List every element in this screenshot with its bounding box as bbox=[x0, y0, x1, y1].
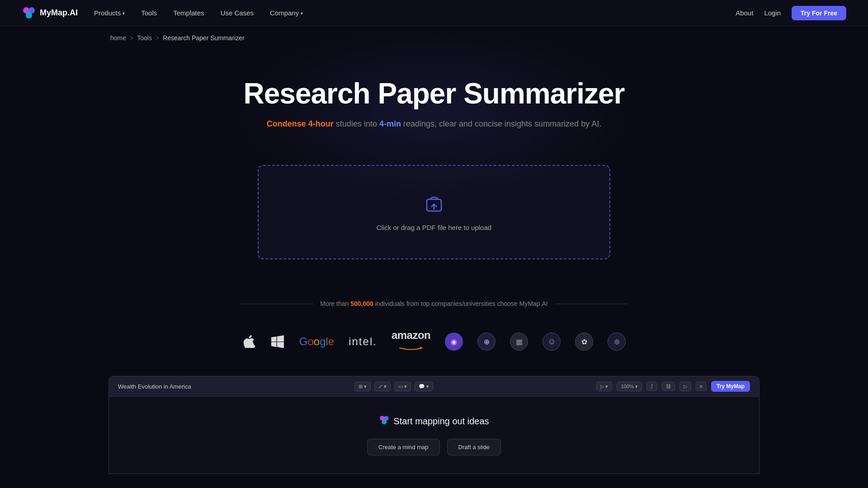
amazon-text: amazon bbox=[392, 329, 430, 342]
divider-left bbox=[241, 304, 313, 304]
breadcrumb-sep1: > bbox=[130, 34, 133, 42]
preview-start-text: Start mapping out ideas bbox=[379, 415, 489, 428]
windows-icon bbox=[270, 335, 285, 348]
logo-icon bbox=[22, 6, 36, 20]
nav-templates[interactable]: Templates bbox=[173, 7, 204, 19]
logo-circle-5: ✿ bbox=[575, 333, 593, 351]
nav-about[interactable]: About bbox=[736, 9, 753, 17]
create-mind-map-button[interactable]: Create a mind map bbox=[367, 439, 440, 455]
social-proof-text: More than 500,000 individuals from top c… bbox=[320, 300, 548, 307]
logo-circle-1: ◉ bbox=[445, 333, 463, 351]
upload-icon-wrapper bbox=[277, 193, 591, 216]
toolbar-btn-2[interactable]: ⤢ ▾ bbox=[374, 382, 391, 391]
toolbar-link[interactable]: ⛓ bbox=[662, 382, 675, 391]
try-free-button[interactable]: Try For Free bbox=[792, 6, 846, 20]
divider-right bbox=[555, 304, 627, 304]
company-chevron-icon: ▾ bbox=[301, 11, 303, 16]
navbar-left: MyMap.AI Products ▾ Tools Templates Use … bbox=[22, 6, 303, 20]
preview-panel: Wealth Evolution in America ⊞ ▾ ⤢ ▾ ▭ ▾ … bbox=[108, 376, 760, 474]
upload-instruction: Click or drag a PDF file here to upload bbox=[277, 224, 591, 231]
breadcrumb: home > Tools > Research Paper Summarizer bbox=[0, 26, 868, 50]
apple-icon bbox=[242, 335, 256, 348]
logo-circle-6: ⊛ bbox=[608, 333, 626, 351]
navbar: MyMap.AI Products ▾ Tools Templates Use … bbox=[0, 0, 868, 26]
toolbar-zoom[interactable]: 100% ▾ bbox=[617, 382, 642, 391]
draft-slide-button[interactable]: Draft a slide bbox=[447, 439, 501, 455]
nav-company[interactable]: Company ▾ bbox=[270, 7, 303, 19]
products-chevron-icon: ▾ bbox=[123, 11, 125, 16]
mymap-mini-logo bbox=[379, 415, 390, 428]
svg-point-6 bbox=[382, 420, 387, 425]
toolbar-btn-3[interactable]: ▭ ▾ bbox=[394, 382, 411, 391]
preview-toolbar-center: ⊞ ▾ ⤢ ▾ ▭ ▾ 💬 ▾ bbox=[354, 382, 433, 391]
google-text: Google bbox=[299, 335, 334, 348]
hero-subtitle: Condense 4-hour studies into 4-min readi… bbox=[22, 119, 846, 129]
logos-row: Google intel. amazon ◉ ⊕ ▦ ☺ ✿ ⊛ bbox=[0, 316, 868, 367]
navbar-right: About Login Try For Free bbox=[736, 6, 846, 20]
logo-text: MyMap.AI bbox=[40, 8, 78, 18]
logo-circle-4: ☺ bbox=[542, 333, 561, 351]
intel-text: intel. bbox=[349, 335, 377, 348]
preview-actions: Create a mind map Draft a slide bbox=[367, 439, 501, 455]
preview-content: Start mapping out ideas Create a mind ma… bbox=[109, 397, 759, 474]
social-proof-count: 500,000 bbox=[350, 300, 373, 307]
toolbar-notes[interactable]: ≡ bbox=[696, 382, 707, 391]
social-proof-section: More than 500,000 individuals from top c… bbox=[0, 282, 868, 316]
nav-login[interactable]: Login bbox=[764, 9, 781, 17]
social-proof-suffix: individuals from top companies/universit… bbox=[375, 300, 548, 307]
toolbar-play[interactable]: ▷ ▾ bbox=[596, 382, 612, 391]
social-proof-dividers: More than 500,000 individuals from top c… bbox=[22, 300, 846, 307]
preview-title: Wealth Evolution in America bbox=[118, 383, 191, 390]
upload-area[interactable]: Click or drag a PDF file here to upload bbox=[258, 165, 610, 259]
upload-icon bbox=[423, 193, 445, 215]
logo-windows bbox=[270, 335, 285, 348]
toolbar-btn-4[interactable]: 💬 ▾ bbox=[415, 382, 433, 391]
social-proof-prefix: More than bbox=[320, 300, 350, 307]
logo-apple bbox=[242, 335, 256, 348]
logo[interactable]: MyMap.AI bbox=[22, 6, 78, 20]
preview-toolbar-right: ▷ ▾ 100% ▾ ⤴ ⛓ ▷ ≡ Try MyMap bbox=[596, 381, 750, 392]
amazon-arrow bbox=[397, 342, 425, 354]
breadcrumb-sep2: > bbox=[156, 34, 159, 42]
logo-amazon: amazon bbox=[392, 329, 430, 354]
toolbar-expand[interactable]: ▷ bbox=[679, 382, 691, 391]
hero-section: Research Paper Summarizer Condense 4-hou… bbox=[0, 50, 868, 142]
toolbar-share[interactable]: ⤴ bbox=[646, 382, 657, 391]
breadcrumb-home[interactable]: home bbox=[110, 34, 126, 42]
svg-point-2 bbox=[26, 12, 32, 19]
nav-products[interactable]: Products ▾ bbox=[94, 7, 125, 19]
logo-google: Google bbox=[299, 335, 334, 348]
nav-tools[interactable]: Tools bbox=[141, 7, 157, 19]
try-mymap-button[interactable]: Try MyMap bbox=[711, 381, 750, 392]
nav-use-cases[interactable]: Use Cases bbox=[221, 7, 254, 19]
subtitle-suffix: readings, clear and concise insights sum… bbox=[403, 119, 601, 128]
preview-toolbar: Wealth Evolution in America ⊞ ▾ ⤢ ▾ ▭ ▾ … bbox=[109, 376, 759, 397]
toolbar-btn-1[interactable]: ⊞ ▾ bbox=[354, 382, 371, 391]
subtitle-highlight2: 4-min bbox=[379, 119, 401, 128]
logo-intel: intel. bbox=[349, 335, 377, 348]
logo-circle-3: ▦ bbox=[510, 333, 528, 351]
hero-title: Research Paper Summarizer bbox=[22, 77, 846, 110]
logo-circle-2: ⊕ bbox=[477, 333, 495, 351]
breadcrumb-current: Research Paper Summarizer bbox=[163, 34, 245, 42]
breadcrumb-tools[interactable]: Tools bbox=[137, 34, 152, 42]
subtitle-highlight1: Condense 4-hour bbox=[267, 119, 334, 128]
subtitle-middle: studies into bbox=[336, 119, 379, 128]
